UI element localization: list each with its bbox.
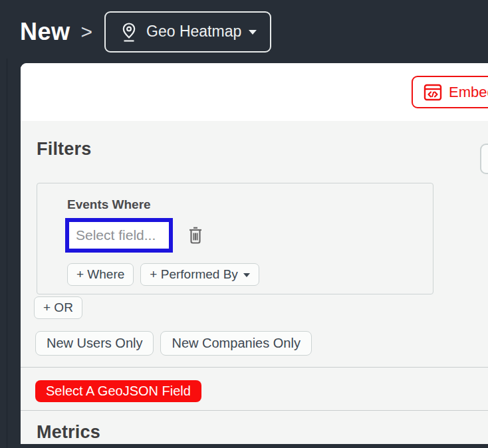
embed-button-label: Embed [449, 84, 488, 101]
builder-panel: Embed Filters Events Where Select field.… [21, 63, 488, 444]
new-users-only-label: New Users Only [47, 336, 142, 351]
add-performed-by-button[interactable]: + Performed By [140, 263, 259, 286]
filter-group-label: Events Where [67, 197, 151, 212]
left-seam-divider [7, 58, 7, 448]
trash-icon [187, 226, 203, 245]
add-or-button[interactable]: + OR [34, 296, 82, 319]
embed-button[interactable]: Embed [412, 76, 488, 108]
new-companies-only-label: New Companies Only [172, 336, 300, 351]
chart-type-label: Geo Heatmap [146, 23, 241, 41]
chart-type-dropdown[interactable]: Geo Heatmap [104, 11, 271, 53]
caret-down-icon [249, 30, 257, 35]
metrics-section-title: Metrics [37, 422, 100, 443]
section-divider [21, 410, 488, 411]
app-window: New > Geo Heatmap [0, 0, 488, 448]
add-where-button[interactable]: + Where [67, 263, 134, 286]
section-divider [21, 367, 488, 368]
breadcrumb-root: New [20, 18, 70, 46]
new-companies-only-button[interactable]: New Companies Only [160, 331, 311, 356]
filter-group-card: Events Where Select field... [37, 183, 433, 294]
delete-filter-button[interactable] [187, 226, 203, 245]
quick-filters-row: New Users Only New Companies Only [35, 331, 312, 356]
embed-code-icon [424, 84, 442, 101]
header: New > Geo Heatmap [0, 0, 488, 63]
select-field-highlight: Select field... [65, 218, 173, 253]
add-or-label: + OR [43, 300, 73, 315]
filters-section-title: Filters [37, 139, 91, 160]
select-geojson-field-button[interactable]: Select A GeoJSON Field [35, 380, 201, 402]
toolbar: Embed [21, 63, 488, 121]
clipped-right-button[interactable] [480, 144, 488, 174]
select-field-input[interactable]: Select field... [69, 222, 169, 249]
select-geojson-field-label: Select A GeoJSON Field [46, 384, 191, 399]
add-performed-by-label: + Performed By [150, 267, 238, 282]
add-where-label: + Where [76, 267, 124, 282]
caret-down-icon [243, 273, 250, 277]
pin-drop-icon [119, 21, 139, 43]
breadcrumb-separator: > [81, 21, 93, 43]
filter-actions-row: + Where + Performed By [67, 263, 259, 286]
new-users-only-button[interactable]: New Users Only [35, 331, 154, 356]
